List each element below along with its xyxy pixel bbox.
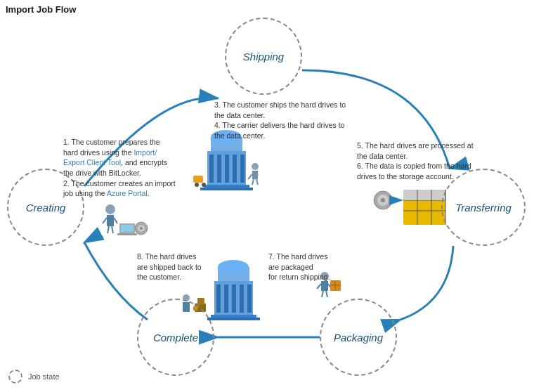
svg-rect-7: [217, 155, 221, 183]
svg-line-25: [103, 218, 107, 223]
svg-point-33: [138, 225, 145, 232]
svg-line-28: [112, 226, 113, 233]
state-shipping-label: Shipping: [243, 51, 284, 63]
svg-line-19: [248, 174, 252, 179]
svg-rect-50: [216, 285, 221, 313]
svg-rect-9: [233, 155, 237, 183]
svg-point-36: [377, 195, 389, 206]
svg-rect-64: [321, 281, 328, 291]
svg-line-68: [326, 291, 327, 297]
svg-rect-10: [240, 155, 245, 183]
svg-line-66: [328, 284, 332, 289]
svg-rect-24: [107, 215, 114, 226]
state-shipping: Shipping: [225, 18, 302, 95]
svg-rect-4: [207, 151, 246, 186]
svg-rect-51: [224, 285, 228, 313]
svg-rect-18: [252, 171, 258, 179]
svg-point-37: [381, 198, 385, 202]
legend-label: Job state: [28, 372, 60, 381]
step-5-6-text: 5. The hard drives are processed at the …: [357, 141, 487, 182]
svg-point-32: [135, 222, 148, 235]
svg-point-17: [252, 163, 259, 170]
svg-rect-48: [214, 281, 253, 316]
svg-point-15: [195, 183, 199, 187]
svg-rect-12: [204, 185, 249, 189]
svg-rect-31: [117, 233, 137, 235]
state-complete-label: Complete: [153, 332, 198, 344]
state-packaging-label: Packaging: [334, 332, 383, 344]
svg-rect-56: [211, 315, 256, 319]
svg-rect-8: [225, 155, 229, 183]
step-3-4-text: 3. The customer ships the hard drives to…: [214, 100, 362, 141]
state-complete: Complete: [137, 299, 214, 376]
svg-line-27: [108, 226, 109, 233]
svg-rect-29: [119, 223, 135, 233]
legend: Job state: [8, 370, 60, 384]
svg-point-34: [140, 227, 143, 230]
step-1-2-text: 1. The customer prepares thehard drives …: [63, 137, 186, 199]
state-transferring-label: Transferring: [455, 202, 512, 214]
legend-circle: [8, 370, 22, 384]
page-title: Import Job Flow: [6, 4, 76, 15]
svg-rect-44: [403, 190, 445, 200]
svg-line-20: [255, 174, 258, 179]
svg-rect-53: [240, 285, 244, 313]
harddrive-storage-icon: [374, 190, 445, 225]
step-7-text: 7. The hard drives are packaged for retu…: [268, 251, 367, 282]
svg-rect-6: [209, 155, 214, 183]
svg-line-26: [114, 218, 117, 223]
svg-point-35: [374, 191, 392, 209]
step-8-text: 8. The hard drives are shipped back to t…: [137, 251, 235, 282]
svg-line-65: [317, 284, 321, 289]
svg-rect-13: [200, 188, 253, 190]
svg-rect-59: [197, 298, 204, 305]
svg-line-22: [256, 179, 258, 185]
svg-point-23: [105, 204, 115, 214]
person-laptop-icon: [103, 204, 148, 235]
svg-rect-38: [403, 190, 445, 225]
svg-point-16: [202, 183, 206, 187]
svg-rect-54: [247, 285, 252, 313]
svg-rect-30: [121, 225, 134, 232]
svg-rect-57: [207, 318, 260, 320]
state-packaging: Packaging: [320, 299, 397, 376]
svg-rect-14: [193, 176, 203, 183]
svg-rect-52: [232, 285, 236, 313]
svg-line-67: [322, 291, 323, 297]
svg-line-21: [252, 179, 254, 185]
state-creating-label: Creating: [26, 202, 66, 214]
